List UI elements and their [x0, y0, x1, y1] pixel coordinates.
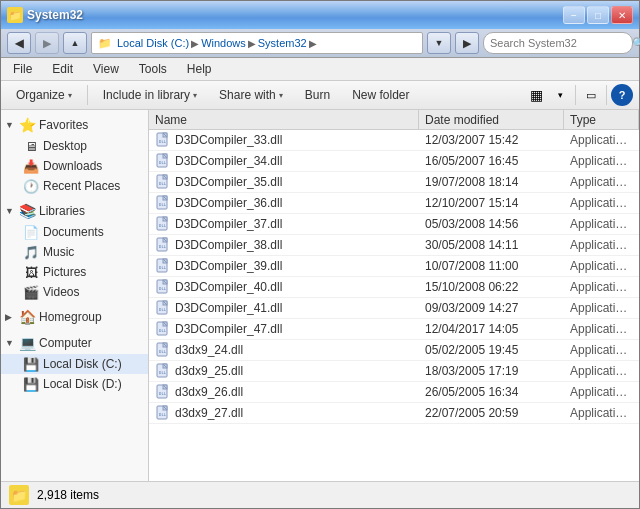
sidebar-item-documents[interactable]: 📄 Documents	[1, 222, 148, 242]
share-with-button[interactable]: Share with ▾	[210, 84, 292, 106]
menu-edit[interactable]: Edit	[46, 60, 79, 78]
svg-text:DLL: DLL	[159, 391, 167, 396]
organize-button[interactable]: Organize ▾	[7, 84, 81, 106]
organize-label: Organize	[16, 88, 65, 102]
table-row[interactable]: DLL d3dx9_25.dll 18/03/2005 17:19 Applic…	[149, 361, 639, 382]
file-name: D3DCompiler_36.dll	[175, 196, 282, 210]
explorer-window: 📁 System32 − □ ✕ ◀ ▶ ▲ 📁 Local Disk (C:)…	[0, 0, 640, 509]
col-header-name[interactable]: Name	[149, 110, 419, 129]
file-name-cell: DLL D3DCompiler_38.dll	[149, 236, 419, 254]
search-icon[interactable]: 🔍	[632, 37, 640, 50]
sidebar-item-videos[interactable]: 🎬 Videos	[1, 282, 148, 302]
burn-button[interactable]: Burn	[296, 84, 339, 106]
pictures-label: Pictures	[43, 265, 86, 279]
sidebar-item-pictures[interactable]: 🖼 Pictures	[1, 262, 148, 282]
breadcrumb: 📁 Local Disk (C:) ▶ Windows ▶ System32 ▶	[98, 37, 317, 50]
breadcrumb-sep-1: ▶	[191, 38, 199, 49]
file-name-cell: DLL D3DCompiler_37.dll	[149, 215, 419, 233]
menu-view[interactable]: View	[87, 60, 125, 78]
table-row[interactable]: DLL d3dx9_26.dll 26/05/2005 16:34 Applic…	[149, 382, 639, 403]
address-path[interactable]: 📁 Local Disk (C:) ▶ Windows ▶ System32 ▶	[91, 32, 423, 54]
file-name-cell: DLL D3DCompiler_40.dll	[149, 278, 419, 296]
sidebar-item-recent-places[interactable]: 🕐 Recent Places	[1, 176, 148, 196]
breadcrumb-system32[interactable]: System32	[258, 37, 307, 49]
table-row[interactable]: DLL D3DCompiler_41.dll 09/03/2009 14:27 …	[149, 298, 639, 319]
sidebar-item-downloads[interactable]: 📥 Downloads	[1, 156, 148, 176]
file-type-icon: DLL	[155, 258, 171, 274]
col-header-type[interactable]: Type	[564, 110, 639, 129]
file-name: D3DCompiler_34.dll	[175, 154, 282, 168]
svg-text:DLL: DLL	[159, 160, 167, 165]
sidebar-item-music[interactable]: 🎵 Music	[1, 242, 148, 262]
desktop-icon: 🖥	[23, 138, 39, 154]
file-type-cell: Application ex	[564, 258, 639, 274]
table-row[interactable]: DLL d3dx9_27.dll 22/07/2005 20:59 Applic…	[149, 403, 639, 424]
svg-text:DLL: DLL	[159, 349, 167, 354]
go-button[interactable]: ▶	[455, 32, 479, 54]
local-disk-c-icon: 💾	[23, 356, 39, 372]
table-row[interactable]: DLL D3DCompiler_38.dll 30/05/2008 14:11 …	[149, 235, 639, 256]
favorites-label: Favorites	[39, 118, 88, 132]
maximize-button[interactable]: □	[587, 6, 609, 24]
sidebar-computer-header[interactable]: ▼ 💻 Computer	[1, 332, 148, 354]
views-button[interactable]: ▦	[525, 84, 547, 106]
close-button[interactable]: ✕	[611, 6, 633, 24]
include-library-button[interactable]: Include in library ▾	[94, 84, 206, 106]
toolbar-separator-3	[606, 85, 607, 105]
file-type-cell: Application ex	[564, 405, 639, 421]
file-name: D3DCompiler_47.dll	[175, 322, 282, 336]
search-input[interactable]	[490, 37, 628, 49]
share-with-arrow: ▾	[279, 91, 283, 100]
minimize-button[interactable]: −	[563, 6, 585, 24]
col-header-date[interactable]: Date modified	[419, 110, 564, 129]
back-button[interactable]: ◀	[7, 32, 31, 54]
local-disk-d-icon: 💾	[23, 376, 39, 392]
table-row[interactable]: DLL D3DCompiler_33.dll 12/03/2007 15:42 …	[149, 130, 639, 151]
svg-text:DLL: DLL	[159, 202, 167, 207]
menu-help[interactable]: Help	[181, 60, 218, 78]
file-name-cell: DLL d3dx9_25.dll	[149, 362, 419, 380]
svg-text:DLL: DLL	[159, 286, 167, 291]
table-row[interactable]: DLL D3DCompiler_37.dll 05/03/2008 14:56 …	[149, 214, 639, 235]
address-dropdown-button[interactable]: ▼	[427, 32, 451, 54]
up-button[interactable]: ▲	[63, 32, 87, 54]
file-name-cell: DLL d3dx9_26.dll	[149, 383, 419, 401]
table-row[interactable]: DLL D3DCompiler_47.dll 12/04/2017 14:05 …	[149, 319, 639, 340]
file-date-cell: 05/03/2008 14:56	[419, 216, 564, 232]
file-name: d3dx9_24.dll	[175, 343, 243, 357]
menu-tools[interactable]: Tools	[133, 60, 173, 78]
sidebar-item-desktop[interactable]: 🖥 Desktop	[1, 136, 148, 156]
sidebar-favorites-header[interactable]: ▼ ⭐ Favorites	[1, 114, 148, 136]
table-row[interactable]: DLL D3DCompiler_39.dll 10/07/2008 11:00 …	[149, 256, 639, 277]
table-row[interactable]: DLL D3DCompiler_40.dll 15/10/2008 06:22 …	[149, 277, 639, 298]
preview-pane-button[interactable]: ▭	[580, 84, 602, 106]
svg-text:DLL: DLL	[159, 307, 167, 312]
file-type-icon: DLL	[155, 300, 171, 316]
include-library-label: Include in library	[103, 88, 190, 102]
file-type-icon: DLL	[155, 363, 171, 379]
file-type-cell: Application ex	[564, 363, 639, 379]
file-name: d3dx9_25.dll	[175, 364, 243, 378]
sidebar-item-local-disk-c[interactable]: 💾 Local Disk (C:)	[1, 354, 148, 374]
table-row[interactable]: DLL D3DCompiler_35.dll 19/07/2008 18:14 …	[149, 172, 639, 193]
homegroup-expand-icon: ▶	[5, 312, 15, 322]
downloads-label: Downloads	[43, 159, 102, 173]
new-folder-button[interactable]: New folder	[343, 84, 418, 106]
menu-bar: File Edit View Tools Help	[1, 58, 639, 81]
file-type-cell: Application ex	[564, 132, 639, 148]
table-row[interactable]: DLL D3DCompiler_34.dll 16/05/2007 16:45 …	[149, 151, 639, 172]
content-area: ▼ ⭐ Favorites 🖥 Desktop 📥 Downloads 🕐 Re…	[1, 110, 639, 481]
menu-file[interactable]: File	[7, 60, 38, 78]
breadcrumb-sep-3: ▶	[309, 38, 317, 49]
sidebar-item-local-disk-d[interactable]: 💾 Local Disk (D:)	[1, 374, 148, 394]
table-row[interactable]: DLL d3dx9_24.dll 05/02/2005 19:45 Applic…	[149, 340, 639, 361]
help-button[interactable]: ?	[611, 84, 633, 106]
sidebar-homegroup-header[interactable]: ▶ 🏠 Homegroup	[1, 306, 148, 328]
views-dropdown-button[interactable]: ▾	[549, 84, 571, 106]
breadcrumb-local-disk[interactable]: Local Disk (C:)	[117, 37, 189, 49]
sidebar-libraries-header[interactable]: ▼ 📚 Libraries	[1, 200, 148, 222]
downloads-icon: 📥	[23, 158, 39, 174]
breadcrumb-windows[interactable]: Windows	[201, 37, 246, 49]
forward-button[interactable]: ▶	[35, 32, 59, 54]
table-row[interactable]: DLL D3DCompiler_36.dll 12/10/2007 15:14 …	[149, 193, 639, 214]
